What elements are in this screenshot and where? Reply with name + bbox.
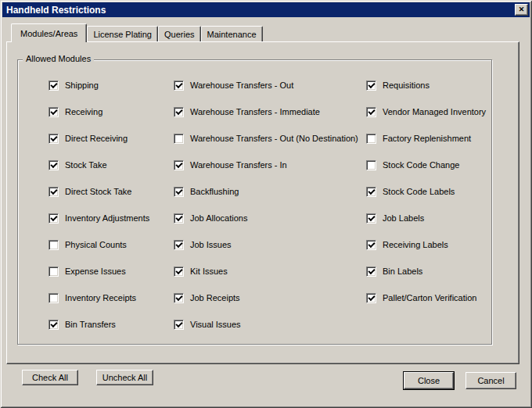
tab-queries[interactable]: Queries	[158, 26, 201, 41]
direct-receiving-checkbox[interactable]	[49, 134, 59, 144]
stock-code-change-checkbox[interactable]	[366, 160, 376, 170]
checkbox-row-pallet-carton-verification[interactable]: Pallet/Carton Verification	[366, 285, 486, 311]
requisitions-checkbox[interactable]	[366, 81, 376, 91]
checkbox-label: Expense Issues	[65, 267, 126, 276]
modules-column-2: Warehouse Transfers - OutWarehouse Trans…	[174, 72, 358, 338]
checkbox-row-stock-code-labels[interactable]: Stock Code Labels	[366, 178, 486, 205]
checkbox-label: Requisitions	[383, 81, 430, 90]
tab-panel: Allowed Modules ShippingReceivingDirect …	[6, 41, 519, 364]
receiving-checkbox[interactable]	[49, 107, 59, 117]
checkbox-row-warehouse-transfers-immediate[interactable]: Warehouse Transfers - Immediate	[174, 98, 358, 125]
warehouse-transfers-out-no-destination-checkbox[interactable]	[174, 134, 184, 144]
checkbox-row-expense-issues[interactable]: Expense Issues	[49, 258, 149, 285]
checkbox-row-kit-issues[interactable]: Kit Issues	[174, 258, 358, 285]
checkbox-row-vendor-managed-inventory[interactable]: Vendor Managed Inventory	[366, 98, 486, 125]
checkbox-label: Pallet/Carton Verification	[383, 293, 476, 302]
checkbox-row-inventory-adjustments[interactable]: Inventory Adjustments	[49, 205, 149, 231]
uncheck-all-button[interactable]: Uncheck All	[96, 370, 153, 385]
receiving-labels-checkbox[interactable]	[366, 240, 376, 250]
tab-bar: Modules/AreasLicense PlatingQueriesMaint…	[11, 23, 263, 42]
checkbox-row-job-receipts[interactable]: Job Receipts	[174, 285, 358, 311]
checkbox-label: Warehouse Transfers - Out (No Destinatio…	[190, 134, 358, 143]
checkbox-row-receiving[interactable]: Receiving	[49, 98, 149, 125]
checkbox-label: Warehouse Transfers - In	[190, 160, 287, 170]
checkbox-row-visual-issues[interactable]: Visual Issues	[174, 311, 358, 338]
checkbox-label: Direct Stock Take	[65, 187, 131, 196]
checkbox-label: Direct Receiving	[65, 134, 128, 143]
backflushing-checkbox[interactable]	[174, 187, 184, 197]
checkbox-label: Warehouse Transfers - Out	[190, 81, 293, 90]
expense-issues-checkbox[interactable]	[49, 267, 59, 277]
close-window-button[interactable]: ✕	[515, 4, 528, 16]
factory-replenishment-checkbox[interactable]	[366, 134, 376, 144]
tab-maintenance[interactable]: Maintenance	[201, 26, 263, 41]
checkbox-label: Job Allocations	[190, 213, 247, 223]
checkbox-row-job-allocations[interactable]: Job Allocations	[174, 205, 358, 231]
checkbox-label: Vendor Managed Inventory	[383, 107, 486, 116]
inventory-adjustments-checkbox[interactable]	[49, 213, 59, 224]
close-button[interactable]: Close	[404, 372, 454, 389]
pallet-carton-verification-checkbox[interactable]	[366, 293, 376, 303]
checkbox-label: Warehouse Transfers - Immediate	[190, 107, 320, 116]
physical-counts-checkbox[interactable]	[49, 240, 59, 250]
checkbox-row-bin-labels[interactable]: Bin Labels	[366, 258, 486, 285]
checkbox-row-warehouse-transfers-out[interactable]: Warehouse Transfers - Out	[174, 72, 358, 98]
checkbox-label: Receiving	[65, 107, 102, 116]
checkbox-label: Inventory Receipts	[65, 293, 136, 302]
check-all-button[interactable]: Check All	[22, 370, 78, 385]
checkbox-row-stock-take[interactable]: Stock Take	[49, 152, 149, 178]
checkbox-label: Receiving Labels	[383, 240, 448, 249]
job-receipts-checkbox[interactable]	[174, 293, 184, 303]
handheld-restrictions-dialog: Handheld Restrictions ✕ Modules/AreasLic…	[0, 0, 532, 408]
checkbox-label: Physical Counts	[65, 240, 127, 249]
stock-code-labels-checkbox[interactable]	[366, 187, 376, 197]
checkbox-row-bin-transfers[interactable]: Bin Transfers	[49, 311, 149, 338]
checkbox-row-requisitions[interactable]: Requisitions	[366, 72, 486, 98]
title-bar: Handheld Restrictions ✕	[2, 2, 530, 17]
checkbox-row-direct-stock-take[interactable]: Direct Stock Take	[49, 178, 149, 205]
checkbox-row-warehouse-transfers-out-no-destination[interactable]: Warehouse Transfers - Out (No Destinatio…	[174, 125, 358, 152]
checkbox-row-factory-replenishment[interactable]: Factory Replenishment	[366, 125, 486, 152]
job-allocations-checkbox[interactable]	[174, 213, 184, 224]
kit-issues-checkbox[interactable]	[174, 267, 184, 277]
checkbox-row-backflushing[interactable]: Backflushing	[174, 178, 358, 205]
allowed-modules-group: Allowed Modules ShippingReceivingDirect …	[17, 59, 492, 345]
group-label: Allowed Modules	[23, 54, 94, 63]
bin-labels-checkbox[interactable]	[366, 267, 376, 277]
checkbox-label: Job Issues	[190, 240, 232, 249]
cancel-button[interactable]: Cancel	[466, 372, 516, 389]
checkbox-label: Bin Labels	[383, 267, 422, 276]
checkbox-label: Bin Transfers	[65, 320, 116, 329]
inventory-receipts-checkbox[interactable]	[49, 293, 59, 303]
checkbox-row-job-labels[interactable]: Job Labels	[366, 205, 486, 231]
stock-take-checkbox[interactable]	[49, 160, 59, 170]
checkbox-label: Visual Issues	[190, 320, 241, 329]
modules-column-1: ShippingReceivingDirect ReceivingStock T…	[49, 72, 149, 338]
checkbox-label: Backflushing	[190, 187, 239, 196]
checkbox-row-receiving-labels[interactable]: Receiving Labels	[366, 231, 486, 258]
close-icon: ✕	[519, 6, 525, 13]
shipping-checkbox[interactable]	[49, 81, 59, 91]
checkbox-row-warehouse-transfers-in[interactable]: Warehouse Transfers - In	[174, 152, 358, 178]
checkbox-row-stock-code-change[interactable]: Stock Code Change	[366, 152, 486, 178]
job-issues-checkbox[interactable]	[174, 240, 184, 250]
checkbox-row-inventory-receipts[interactable]: Inventory Receipts	[49, 285, 149, 311]
checkbox-row-direct-receiving[interactable]: Direct Receiving	[49, 125, 149, 152]
warehouse-transfers-immediate-checkbox[interactable]	[174, 107, 184, 117]
bin-transfers-checkbox[interactable]	[49, 320, 59, 330]
tab-modules-areas[interactable]: Modules/Areas	[11, 23, 87, 42]
visual-issues-checkbox[interactable]	[174, 320, 184, 330]
checkbox-row-shipping[interactable]: Shipping	[49, 72, 149, 98]
direct-stock-take-checkbox[interactable]	[49, 187, 59, 197]
warehouse-transfers-out-checkbox[interactable]	[174, 81, 184, 91]
checkbox-label: Stock Take	[65, 160, 107, 170]
checkbox-label: Job Labels	[383, 213, 424, 223]
checkbox-label: Job Receipts	[190, 293, 240, 302]
vendor-managed-inventory-checkbox[interactable]	[366, 107, 376, 117]
tab-license-plating[interactable]: License Plating	[87, 26, 158, 41]
job-labels-checkbox[interactable]	[366, 213, 376, 224]
warehouse-transfers-in-checkbox[interactable]	[174, 160, 184, 170]
checkbox-row-job-issues[interactable]: Job Issues	[174, 231, 358, 258]
checkbox-row-physical-counts[interactable]: Physical Counts	[49, 231, 149, 258]
window-title: Handheld Restrictions	[6, 5, 515, 16]
